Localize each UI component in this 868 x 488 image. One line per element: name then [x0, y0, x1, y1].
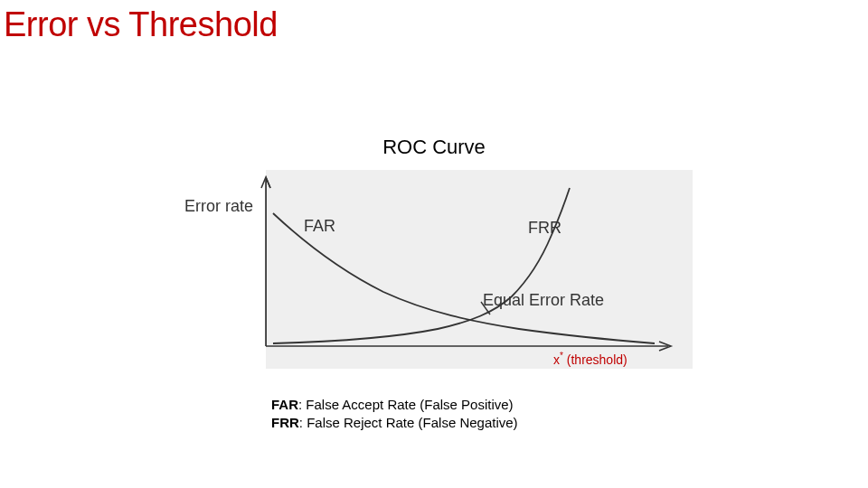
chart-title: ROC Curve — [0, 136, 868, 159]
y-axis-label: Error rate — [184, 197, 253, 216]
x-axis-label: x* (threshold) — [553, 351, 627, 367]
legend-far: FAR: False Accept Rate (False Positive) — [271, 396, 518, 414]
slide: Error vs Threshold ROC Curve Error rate … — [0, 0, 868, 488]
legend-far-def: : False Accept Rate (False Positive) — [298, 397, 514, 412]
page-title: Error vs Threshold — [4, 5, 278, 44]
legend-far-term: FAR — [271, 397, 298, 412]
frr-curve — [273, 188, 570, 343]
legend: FAR: False Accept Rate (False Positive) … — [271, 396, 518, 433]
x-axis-var: x — [553, 352, 560, 367]
legend-frr-def: : False Reject Rate (False Negative) — [299, 415, 518, 430]
legend-frr-term: FRR — [271, 415, 299, 430]
legend-frr: FRR: False Reject Rate (False Negative) — [271, 414, 518, 432]
x-axis-rest: (threshold) — [563, 352, 627, 367]
eer-label: Equal Error Rate — [483, 291, 604, 310]
far-label: FAR — [304, 217, 335, 236]
frr-label: FRR — [528, 219, 561, 238]
